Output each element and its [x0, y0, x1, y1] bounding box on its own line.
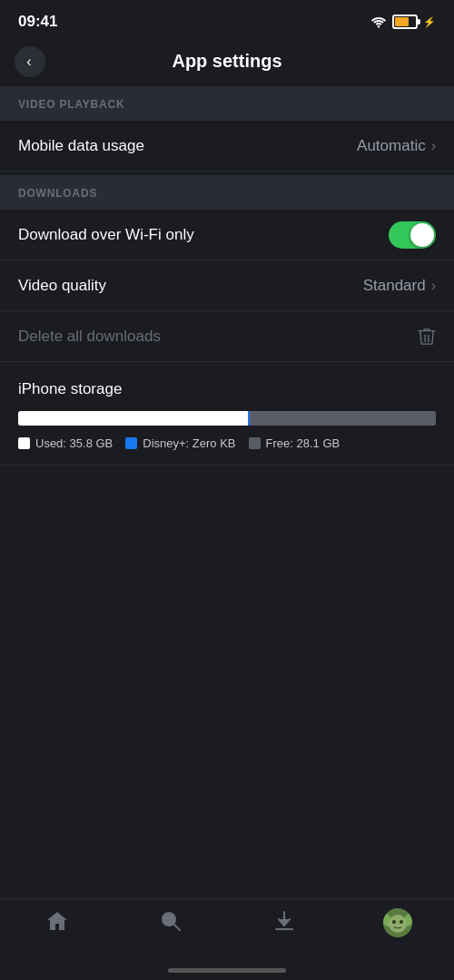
storage-used-bar — [18, 411, 248, 426]
search-icon — [158, 908, 183, 934]
app-header: ‹ App settings — [0, 40, 454, 83]
storage-free-text: Free: 28.1 GB — [266, 436, 340, 450]
storage-legend: Used: 35.8 GB Disney+: Zero KB Free: 28.… — [18, 436, 436, 450]
wifi-only-label: Download over Wi-Fi only — [18, 226, 194, 244]
status-icons: ⚡ — [370, 15, 436, 29]
trash-icon — [418, 327, 436, 347]
storage-used-dot — [18, 437, 30, 449]
download-icon — [271, 908, 297, 934]
mobile-data-usage-value-container: Automatic › — [357, 137, 436, 155]
delete-downloads-row[interactable]: Delete all downloads — [0, 311, 454, 362]
mobile-data-usage-label: Mobile data usage — [18, 137, 144, 155]
svg-point-7 — [389, 915, 407, 933]
wifi-icon — [370, 15, 387, 28]
wifi-only-row[interactable]: Download over Wi-Fi only — [0, 210, 454, 260]
mobile-data-chevron-icon: › — [431, 138, 436, 154]
nav-downloads[interactable] — [257, 908, 311, 934]
video-quality-chevron-icon: › — [431, 278, 436, 294]
battery-indicator: ⚡ — [392, 15, 436, 29]
svg-line-3 — [173, 924, 180, 930]
video-quality-row[interactable]: Video quality Standard › — [0, 260, 454, 311]
nav-home[interactable] — [30, 908, 84, 934]
home-icon — [44, 908, 70, 934]
storage-disney-legend: Disney+: Zero KB — [125, 436, 235, 450]
nav-search[interactable] — [143, 908, 198, 934]
home-indicator — [168, 968, 286, 973]
svg-point-9 — [400, 920, 403, 924]
nav-profile[interactable] — [370, 908, 425, 937]
video-quality-value: Standard — [363, 277, 426, 295]
toggle-thumb — [410, 223, 434, 247]
mobile-data-usage-value: Automatic — [357, 137, 426, 155]
back-button[interactable]: ‹ — [15, 46, 45, 77]
downloads-label: DOWNLOADS — [18, 187, 97, 200]
video-playback-label: VIDEO PLAYBACK — [18, 98, 124, 111]
back-chevron-icon: ‹ — [26, 54, 31, 69]
avatar-image — [383, 908, 412, 937]
storage-free-dot — [249, 437, 261, 449]
video-playback-section-header: VIDEO PLAYBACK — [0, 86, 454, 121]
page-title: App settings — [172, 51, 281, 72]
svg-point-8 — [392, 920, 396, 924]
mobile-data-usage-row[interactable]: Mobile data usage Automatic › — [0, 121, 454, 172]
storage-used-text: Used: 35.8 GB — [35, 436, 113, 450]
battery-fill — [395, 17, 409, 26]
storage-disney-text: Disney+: Zero KB — [143, 436, 235, 450]
delete-downloads-label: Delete all downloads — [18, 328, 161, 346]
video-quality-value-container: Standard › — [363, 277, 436, 295]
storage-free-bar — [250, 411, 436, 426]
iphone-storage-section: iPhone storage Used: 35.8 GB Disney+: Ze… — [0, 362, 454, 466]
downloads-section-header: DOWNLOADS — [0, 175, 454, 210]
storage-disney-dot — [125, 437, 137, 449]
storage-free-legend: Free: 28.1 GB — [249, 436, 340, 450]
avatar — [383, 908, 412, 937]
status-time: 09:41 — [18, 13, 57, 31]
storage-used-legend: Used: 35.8 GB — [18, 436, 113, 450]
status-bar: 09:41 ⚡ — [0, 0, 454, 40]
video-quality-label: Video quality — [18, 277, 106, 295]
wifi-only-toggle[interactable] — [389, 221, 436, 249]
storage-title: iPhone storage — [18, 380, 436, 398]
charging-bolt-icon: ⚡ — [423, 16, 436, 28]
storage-bar — [18, 411, 436, 426]
